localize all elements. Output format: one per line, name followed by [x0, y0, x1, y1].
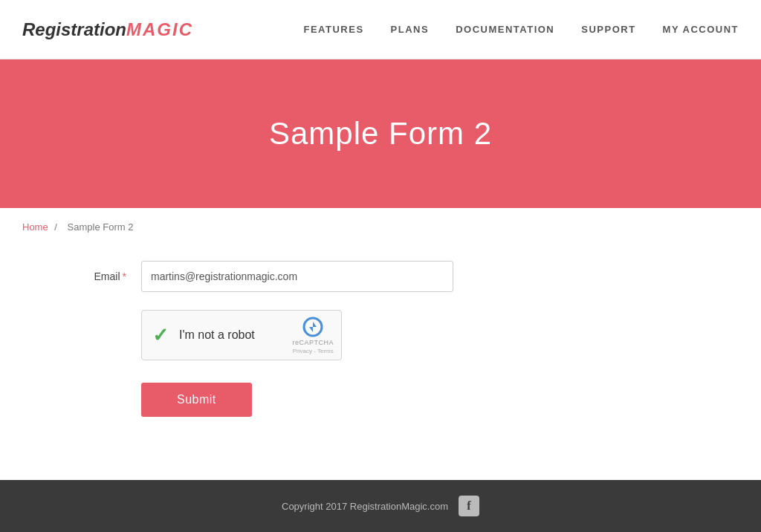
submit-row: Submit	[22, 383, 647, 417]
site-header: Registration MAGIC FEATURES PLANS DOCUME…	[0, 0, 761, 59]
main-nav: FEATURES PLANS DOCUMENTATION SUPPORT MY …	[303, 24, 739, 35]
email-label: Email*	[22, 270, 141, 282]
required-marker: *	[123, 270, 126, 282]
recaptcha-text: reCAPTCHA	[292, 339, 334, 346]
breadcrumb-separator: /	[54, 221, 57, 233]
logo-magic-text: MAGIC	[126, 19, 193, 40]
nav-documentation[interactable]: DOCUMENTATION	[456, 24, 554, 35]
captcha-label: I'm not a robot	[179, 328, 255, 342]
captcha-privacy: Privacy - Terms	[293, 348, 334, 354]
nav-my-account[interactable]: MY ACCOUNT	[663, 24, 739, 35]
captcha-branding: reCAPTCHA Privacy - Terms	[292, 317, 334, 354]
site-footer: Copyright 2017 RegistrationMagic.com f	[0, 480, 761, 532]
nav-support[interactable]: SUPPORT	[581, 24, 635, 35]
recaptcha-logo	[302, 317, 323, 337]
copyright-text: Copyright 2017 RegistrationMagic.com	[282, 501, 448, 512]
email-input[interactable]	[141, 261, 453, 292]
logo-registration-text: Registration	[22, 19, 126, 40]
facebook-icon[interactable]: f	[459, 496, 479, 516]
logo[interactable]: Registration MAGIC	[22, 19, 193, 40]
captcha-widget[interactable]: ✓ I'm not a robot reCAPTCHA Privacy - Te…	[141, 310, 342, 360]
nav-features[interactable]: FEATURES	[303, 24, 363, 35]
submit-button[interactable]: Submit	[141, 383, 252, 417]
breadcrumb-home[interactable]: Home	[22, 221, 48, 233]
nav-plans[interactable]: PLANS	[391, 24, 430, 35]
recaptcha-logo-icon	[302, 317, 323, 337]
captcha-row: ✓ I'm not a robot reCAPTCHA Privacy - Te…	[22, 310, 647, 360]
form-container: Email* ✓ I'm not a robot reCAPTCHA Priva…	[0, 246, 669, 469]
breadcrumb: Home / Sample Form 2	[0, 208, 761, 246]
email-row: Email*	[22, 261, 647, 292]
hero-banner: Sample Form 2	[0, 59, 761, 208]
page-title: Sample Form 2	[269, 116, 492, 152]
captcha-checkmark-icon: ✓	[152, 324, 169, 347]
breadcrumb-current: Sample Form 2	[68, 221, 134, 233]
